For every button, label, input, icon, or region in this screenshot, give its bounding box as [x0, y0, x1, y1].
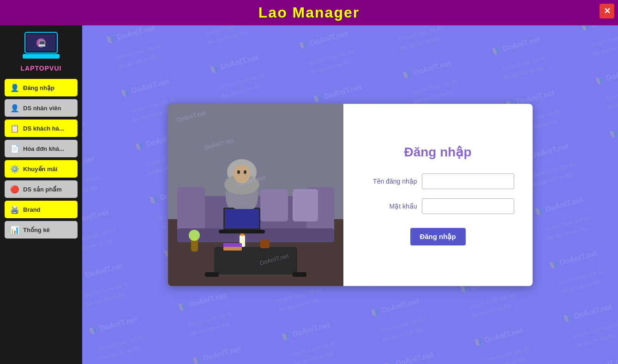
svg-rect-20	[293, 272, 306, 277]
logo-text: LAPTOPVUI	[21, 65, 62, 72]
login-image-placeholder: DoAnIT.net DoAnIT.net DoAnIT.net DoAnIT.…	[168, 104, 343, 286]
ds-nhan-vien-label: DS nhân viên	[23, 105, 61, 112]
ds-nhan-vien-icon: 👤	[10, 104, 19, 113]
svg-rect-19	[205, 272, 219, 277]
thong-ke-icon: 📊	[10, 226, 19, 234]
svg-rect-17	[293, 189, 318, 221]
svg-point-32	[244, 170, 246, 174]
thong-ke-label: Thống kê	[23, 227, 50, 233]
password-label: Mật khẩu	[362, 203, 417, 210]
login-image: DoAnIT.net DoAnIT.net DoAnIT.net DoAnIT.…	[168, 104, 343, 286]
sidebar-item-khuyen-mai[interactable]: ⚙️ Khuyến mãi	[5, 160, 78, 178]
sidebar-item-thong-ke[interactable]: 📊 Thống kê	[5, 221, 78, 239]
sidebar-item-ds-khach-hang[interactable]: 📋 DS khách hà...	[5, 119, 78, 137]
svg-rect-18	[214, 247, 297, 274]
sidebar-item-dang-nhap[interactable]: 👤 Đăng nhập	[5, 79, 78, 96]
app-title: Lao Manager	[258, 4, 360, 21]
username-label: Tên đăng nhập	[362, 178, 417, 185]
logo-icon: 💻	[20, 30, 62, 62]
svg-rect-6	[23, 54, 60, 59]
brand-label: Brand	[23, 206, 41, 213]
login-submit-button[interactable]: Đăng nhập	[410, 228, 466, 245]
svg-rect-25	[223, 243, 242, 247]
svg-rect-23	[260, 240, 270, 248]
main-content: DoAnIT.net DoAnIT.net DoAnIT.net DoAnIT.…	[82, 25, 618, 364]
svg-text:💻: 💻	[38, 39, 46, 47]
hoa-don-khach-icon: 📄	[10, 144, 19, 153]
login-title: Đăng nhập	[404, 144, 471, 160]
password-row: Mật khẩu	[362, 198, 514, 214]
top-header: Lao Manager	[0, 0, 618, 25]
nav-items: 👤 Đăng nhập 👤 DS nhân viên 📋 DS khách hà…	[5, 79, 78, 241]
svg-rect-36	[233, 201, 256, 209]
ds-khach-hang-icon: 📋	[10, 124, 19, 133]
dang-nhap-label: Đăng nhập	[23, 84, 54, 91]
login-card: DoAnIT.net DoAnIT.net DoAnIT.net DoAnIT.…	[168, 104, 533, 286]
logo-area: 💻 LAPTOPVUI	[4, 30, 78, 72]
brand-icon: 🖨️	[10, 205, 19, 214]
svg-rect-16	[260, 189, 288, 221]
sidebar-item-hoa-don-khach[interactable]: 📄 Hóa đơn khá...	[5, 140, 78, 157]
svg-rect-24	[223, 247, 242, 251]
dang-nhap-icon: 👤	[10, 84, 19, 92]
hoa-don-khach-label: Hóa đơn khá...	[23, 145, 64, 152]
ds-khach-hang-label: DS khách hà...	[23, 125, 64, 132]
password-input[interactable]	[422, 198, 514, 214]
sidebar-item-ds-san-pham[interactable]: 🔴 DS sản phẩm	[5, 180, 78, 198]
sidebar-item-ds-nhan-vien[interactable]: 👤 DS nhân viên	[5, 99, 78, 117]
khuyen-mai-icon: ⚙️	[10, 165, 19, 173]
username-input[interactable]	[422, 173, 514, 189]
sidebar: 💻 LAPTOPVUI 👤 Đăng nhập 👤 DS nhân viên 📋…	[0, 25, 82, 364]
close-button[interactable]: ✕	[600, 4, 614, 18]
svg-rect-34	[225, 209, 259, 228]
login-image-svg: DoAnIT.net DoAnIT.net DoAnIT.net DoAnIT.…	[168, 104, 343, 286]
login-form-area: Đăng nhập Tên đăng nhập Mật khẩu Đăng nh…	[343, 104, 533, 286]
ds-san-pham-icon: 🔴	[10, 185, 19, 194]
khuyen-mai-label: Khuyến mãi	[23, 166, 57, 173]
svg-point-38	[189, 230, 200, 241]
username-row: Tên đăng nhập	[362, 173, 514, 189]
sidebar-item-brand[interactable]: 🖨️ Brand	[5, 201, 78, 218]
svg-rect-35	[219, 230, 265, 233]
svg-point-31	[237, 170, 240, 174]
ds-san-pham-label: DS sản phẩm	[23, 186, 62, 193]
